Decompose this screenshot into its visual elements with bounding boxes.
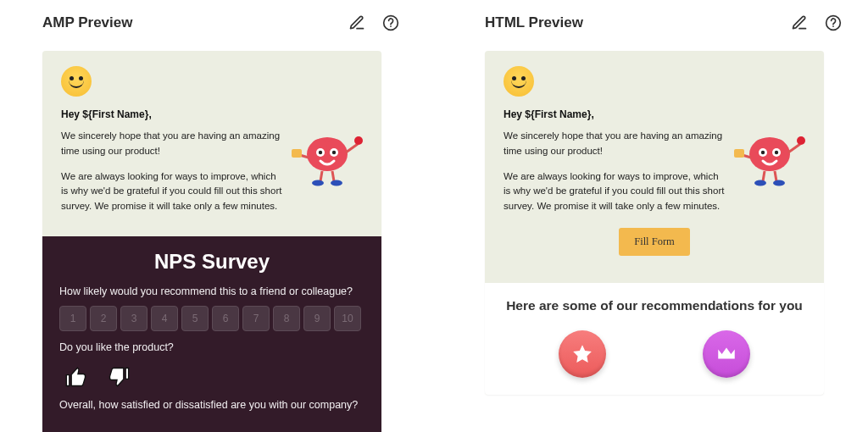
heart-character-icon: [734, 129, 805, 190]
panel-header: HTML Preview: [468, 10, 843, 51]
recommendation-badges: [502, 330, 807, 378]
help-icon[interactable]: [381, 14, 400, 32]
thumbs-up-icon[interactable]: [64, 365, 88, 389]
survey-question-2: Do you like the product?: [59, 341, 364, 353]
star-badge-icon[interactable]: [559, 330, 606, 378]
nps-scale: 1 2 3 4 5 6 7 8 9 10: [59, 306, 364, 331]
amp-preview-panel: AMP Preview Hey ${First Name}, We sincer…: [25, 10, 400, 432]
svg-point-25: [775, 151, 778, 154]
svg-line-11: [346, 144, 358, 152]
email-paragraph: We sincerely hope that you are having an…: [61, 129, 283, 159]
nps-rating-4[interactable]: 4: [151, 306, 178, 331]
email-paragraph: We are always looking for ways to improv…: [504, 169, 726, 214]
fill-form-button[interactable]: Fill Form: [619, 228, 690, 256]
nps-rating-5[interactable]: 5: [181, 306, 209, 331]
html-preview-card: Hey ${First Name}, We sincerely hope tha…: [485, 51, 824, 395]
svg-point-8: [332, 151, 336, 154]
svg-rect-10: [292, 149, 302, 158]
svg-point-29: [797, 136, 805, 145]
help-icon[interactable]: [824, 14, 843, 32]
panel-title: HTML Preview: [485, 14, 583, 31]
svg-point-6: [319, 151, 322, 154]
survey-title: NPS Survey: [59, 250, 364, 274]
email-body: Hey ${First Name}, We sincerely hope tha…: [485, 51, 824, 283]
thumbs-row: [59, 362, 364, 399]
svg-rect-27: [734, 149, 744, 158]
nps-rating-7[interactable]: 7: [242, 306, 270, 331]
edit-icon[interactable]: [348, 14, 366, 32]
fill-form-row: Fill Form: [504, 224, 805, 271]
svg-line-14: [332, 171, 334, 181]
email-body-text: We sincerely hope that you are having an…: [504, 129, 726, 224]
svg-line-30: [763, 171, 765, 181]
html-preview-panel: HTML Preview Hey ${First Name}, We since…: [468, 10, 843, 432]
smiley-icon: [61, 66, 92, 97]
panel-actions: [790, 14, 843, 32]
svg-point-15: [312, 180, 324, 186]
nps-survey-section: NPS Survey How likely would you recommen…: [42, 236, 381, 432]
edit-icon[interactable]: [790, 14, 809, 32]
nps-rating-8[interactable]: 8: [273, 306, 300, 331]
recommendations-title: Here are some of our recommendations for…: [502, 298, 807, 313]
amp-preview-card: Hey ${First Name}, We sincerely hope tha…: [42, 51, 381, 432]
heart-character-icon: [292, 129, 363, 190]
svg-point-32: [754, 180, 766, 186]
svg-point-12: [354, 136, 363, 145]
svg-line-31: [775, 171, 776, 181]
svg-point-23: [761, 151, 765, 154]
panel-actions: [348, 14, 400, 32]
nps-rating-6[interactable]: 6: [212, 306, 239, 331]
svg-line-28: [788, 144, 800, 152]
smiley-icon: [504, 66, 534, 97]
survey-question-3: Overall, how satisfied or dissatisfied a…: [59, 399, 364, 411]
email-greeting: Hey ${First Name},: [61, 108, 363, 120]
svg-point-33: [773, 180, 785, 186]
email-greeting: Hey ${First Name},: [504, 108, 805, 120]
recommendations-section: Here are some of our recommendations for…: [485, 283, 824, 395]
nps-rating-1[interactable]: 1: [59, 306, 86, 331]
svg-point-16: [331, 180, 342, 186]
nps-rating-3[interactable]: 3: [120, 306, 147, 331]
email-paragraph: We are always looking for ways to improv…: [61, 169, 283, 214]
nps-rating-2[interactable]: 2: [90, 306, 117, 331]
thumbs-down-icon[interactable]: [107, 365, 131, 389]
nps-rating-10[interactable]: 10: [334, 306, 361, 331]
svg-line-13: [320, 171, 322, 181]
crown-badge-icon[interactable]: [703, 330, 750, 378]
email-body-text: We sincerely hope that you are having an…: [61, 129, 283, 224]
nps-rating-9[interactable]: 9: [303, 306, 331, 331]
survey-question-1: How likely would you recommend this to a…: [59, 285, 364, 297]
panel-header: AMP Preview: [25, 10, 400, 51]
email-body: Hey ${First Name}, We sincerely hope tha…: [42, 51, 381, 236]
email-paragraph: We sincerely hope that you are having an…: [504, 129, 726, 159]
panel-title: AMP Preview: [42, 14, 132, 31]
